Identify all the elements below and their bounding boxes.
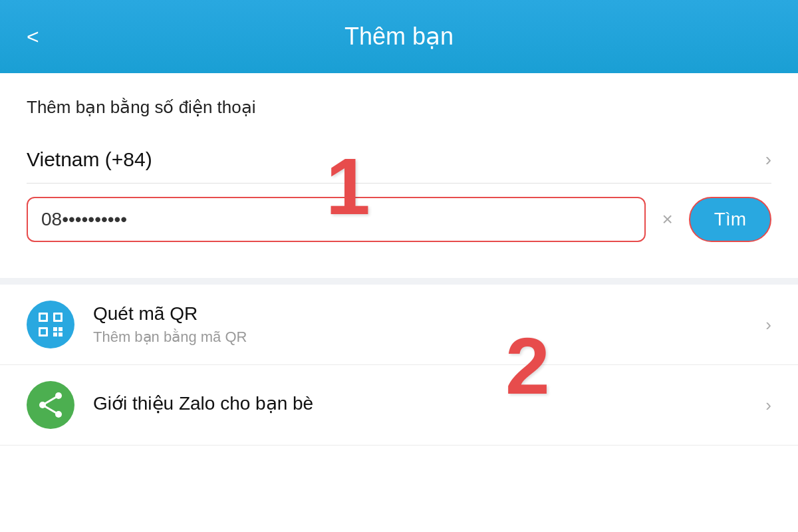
phone-input-row: × Tìm [27,184,771,258]
back-button[interactable]: < [20,19,46,54]
svg-line-13 [43,396,59,405]
list-chevron-icon-share: › [765,395,771,416]
header: < Thêm bạn [0,0,798,73]
svg-line-14 [43,405,59,414]
section-label: Thêm bạn bằng số điện thoại [27,97,771,118]
qr-icon [36,310,65,339]
section-divider [0,278,798,285]
chevron-right-icon: › [765,149,771,170]
clear-button[interactable]: × [656,203,678,235]
add-phone-section: Thêm bạn bằng số điện thoại Vietnam (+84… [0,73,798,278]
qr-item-title: Quét mã QR [93,303,765,325]
country-label: Vietnam (+84) [27,148,152,171]
list-item-share[interactable]: Giới thiệu Zalo cho bạn bè › [0,365,798,446]
share-icon-container [27,381,74,429]
qr-item-text: Quét mã QR Thêm bạn bằng mã QR [93,303,765,346]
list-chevron-icon-qr: › [765,315,771,335]
svg-rect-5 [41,329,46,334]
phone-input[interactable] [27,197,646,242]
share-item-title: Giới thiệu Zalo cho bạn bè [93,392,765,414]
qr-icon-container [27,301,74,348]
share-icon [36,390,65,420]
app-container: 1 2 < Thêm bạn Thêm bạn bằng số điện tho… [0,0,798,532]
svg-rect-3 [55,315,61,320]
svg-rect-7 [59,327,63,331]
page-title: Thêm bạn [344,23,454,51]
qr-item-subtitle: Thêm bạn bằng mã QR [93,329,765,346]
svg-rect-6 [53,327,57,331]
list-item-qr[interactable]: Quét mã QR Thêm bạn bằng mã QR › [0,285,798,365]
svg-rect-9 [59,332,63,336]
search-button[interactable]: Tìm [689,197,771,242]
svg-rect-1 [41,315,46,320]
country-selector[interactable]: Vietnam (+84) › [27,136,771,184]
share-item-text: Giới thiệu Zalo cho bạn bè [93,392,765,418]
svg-rect-8 [53,332,57,336]
main-content: Thêm bạn bằng số điện thoại Vietnam (+84… [0,73,798,532]
